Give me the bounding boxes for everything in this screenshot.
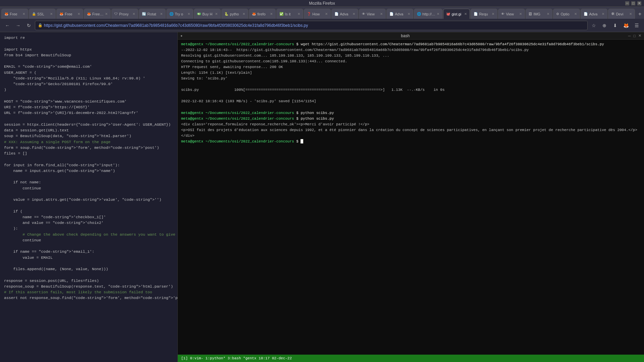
tab-close-button[interactable]: ✕ bbox=[574, 12, 577, 16]
tab-close-button[interactable]: ✕ bbox=[492, 12, 494, 16]
terminal-title: bash bbox=[401, 34, 410, 38]
tab-favicon: 🔒 bbox=[32, 12, 36, 16]
profile-button[interactable]: 🦊 bbox=[621, 21, 631, 30]
tab-10[interactable]: 🦊firefo✕ bbox=[249, 9, 276, 19]
url-bar[interactable] bbox=[44, 23, 585, 28]
tab-7[interactable]: 🌐Try o✕ bbox=[166, 9, 193, 19]
tab-18[interactable]: 📄Requ✕ bbox=[471, 9, 497, 19]
tab-close-button[interactable]: ✕ bbox=[325, 12, 328, 16]
tab-label: firefo bbox=[257, 12, 265, 16]
tab-16[interactable]: 🌐http://lut...✕ bbox=[414, 9, 442, 19]
tab-9[interactable]: 🐍pytho✕ bbox=[221, 9, 248, 19]
tab-14[interactable]: 👁View✕ bbox=[359, 9, 386, 19]
tab-12[interactable]: ❓How✕ bbox=[304, 9, 331, 19]
tab-close-button[interactable]: ✕ bbox=[77, 12, 80, 16]
tab-15[interactable]: 📄Adva✕ bbox=[386, 9, 413, 19]
tab-close-button[interactable]: ✕ bbox=[519, 12, 522, 16]
minimize-button[interactable]: ─ bbox=[625, 1, 629, 5]
titlebar-controls: ─ □ ✕ bbox=[625, 1, 641, 5]
bookmark-button[interactable]: ☆ bbox=[589, 21, 598, 30]
tab-label: Optio bbox=[560, 12, 569, 16]
terminal-dot: ● bbox=[180, 34, 182, 38]
extensions-button[interactable]: ⊕ bbox=[600, 21, 609, 30]
terminal-maximize-button[interactable]: □ bbox=[633, 34, 636, 38]
navbar-right: ☆ ⊕ ⬇ 🦊 ☰ bbox=[589, 21, 641, 30]
tab-1[interactable]: 🦊Free✕ bbox=[1, 9, 28, 19]
tab-close-button[interactable]: ✕ bbox=[547, 12, 549, 16]
tab-favicon: 🖼 bbox=[529, 12, 532, 16]
tab-close-button[interactable]: ✕ bbox=[187, 12, 190, 16]
download-button[interactable]: ⬇ bbox=[610, 21, 620, 30]
tab-11[interactable]: ✅Is it✕ bbox=[276, 9, 303, 19]
tab-label: Adva bbox=[340, 12, 348, 16]
tab-close-button[interactable]: ✕ bbox=[132, 12, 135, 16]
terminal-titlebar: ● bash ─ □ ✕ bbox=[178, 32, 644, 40]
tab-close-button[interactable]: ✕ bbox=[629, 12, 632, 16]
tab-close-button[interactable]: ✕ bbox=[437, 12, 439, 16]
url-bar-container: 🔒 bbox=[35, 21, 588, 30]
tab-label: Proxy bbox=[119, 12, 128, 16]
tab-favicon: 📄 bbox=[584, 12, 588, 16]
tab-close-button[interactable]: ✕ bbox=[270, 12, 273, 16]
tab-close-button[interactable]: ✕ bbox=[298, 12, 300, 16]
tab-5[interactable]: 🛡Proxy✕ bbox=[111, 9, 138, 19]
tab-8[interactable]: 💵Buy H✕ bbox=[194, 9, 221, 19]
tab-19[interactable]: 👁View✕ bbox=[498, 9, 525, 19]
terminal-minimize-button[interactable]: ─ bbox=[628, 34, 631, 38]
tab-13[interactable]: 📄Adva✕ bbox=[331, 9, 358, 19]
tab-label: Adva bbox=[395, 12, 403, 16]
tab-close-button[interactable]: ✕ bbox=[215, 12, 218, 16]
tab-favicon: 📄 bbox=[389, 12, 393, 16]
tab-4[interactable]: 🦊Free Pro✕ bbox=[84, 9, 111, 19]
tab-favicon: 🐍 bbox=[224, 12, 228, 16]
tab-close-button[interactable]: ✕ bbox=[160, 12, 163, 16]
new-tab-button[interactable]: + bbox=[636, 9, 644, 19]
tab-label: Buy H bbox=[202, 12, 212, 16]
tab-close-button[interactable]: ✕ bbox=[50, 12, 53, 16]
back-button[interactable]: ← bbox=[3, 21, 12, 30]
navbar: ← → ↻ 🔒 ☆ ⊕ ⬇ 🦊 ☰ bbox=[0, 19, 644, 32]
tab-close-button[interactable]: ✕ bbox=[408, 12, 410, 16]
tab-label: Free bbox=[10, 12, 17, 16]
tab-21[interactable]: ⚙Optio✕ bbox=[553, 9, 580, 19]
tab-label: Free Pro bbox=[92, 12, 104, 16]
main-content: import re import httpx from bs4 import B… bbox=[0, 32, 644, 362]
titlebar: Mozilla Firefox ─ □ ✕ bbox=[0, 0, 644, 7]
tab-20[interactable]: 🖼IMG✕ bbox=[526, 9, 552, 19]
tab-label: How bbox=[312, 12, 320, 16]
tab-label: View bbox=[367, 12, 375, 16]
tab-3[interactable]: 🦊Free✕ bbox=[56, 9, 83, 19]
tab-close-button[interactable]: ✕ bbox=[105, 12, 108, 16]
tab-17[interactable]: 🐙gist.gi✕ bbox=[443, 9, 470, 19]
menu-button[interactable]: ☰ bbox=[632, 21, 641, 30]
tab-close-button[interactable]: ✕ bbox=[464, 12, 467, 16]
tab-close-button[interactable]: ✕ bbox=[380, 12, 383, 16]
reload-button[interactable]: ↻ bbox=[24, 21, 34, 30]
tab-label: Try o bbox=[175, 12, 183, 16]
forward-button[interactable]: → bbox=[13, 21, 23, 30]
maximize-button[interactable]: □ bbox=[631, 1, 635, 5]
close-button[interactable]: ✕ bbox=[637, 1, 641, 5]
code-panel[interactable]: import re import httpx from bs4 import B… bbox=[0, 32, 178, 362]
tab-close-button[interactable]: ✕ bbox=[22, 12, 25, 16]
tab-label: Rotat bbox=[147, 12, 156, 16]
tab-favicon: 🛠 bbox=[611, 12, 614, 16]
tab-22[interactable]: 📄Adva✕ bbox=[581, 9, 607, 19]
tab-close-button[interactable]: ✕ bbox=[243, 12, 245, 16]
terminal-close-button[interactable]: ✕ bbox=[638, 34, 641, 38]
terminal-body[interactable]: meta@gentx ~/Documents/osi/2022_calendri… bbox=[178, 40, 644, 355]
tab-favicon: 📄 bbox=[474, 12, 478, 16]
tab-2[interactable]: 🔒SSL✕ bbox=[29, 9, 56, 19]
tab-favicon: 🌐 bbox=[169, 12, 173, 16]
tab-6[interactable]: 🔄Rotat✕ bbox=[139, 9, 166, 19]
tab-favicon: 🦊 bbox=[252, 12, 256, 16]
tab-favicon: 🛡 bbox=[114, 12, 118, 16]
tab-23[interactable]: 🛠Devi✕ bbox=[608, 9, 635, 19]
tab-label: View bbox=[506, 12, 514, 16]
tab-close-button[interactable]: ✕ bbox=[353, 12, 355, 16]
tab-favicon: 🦊 bbox=[4, 12, 8, 16]
tab-close-button[interactable]: ✕ bbox=[602, 12, 604, 16]
tab-label: Free bbox=[65, 12, 72, 16]
tab-favicon: ⚙ bbox=[556, 12, 559, 16]
tab-favicon: 🔄 bbox=[142, 12, 146, 16]
